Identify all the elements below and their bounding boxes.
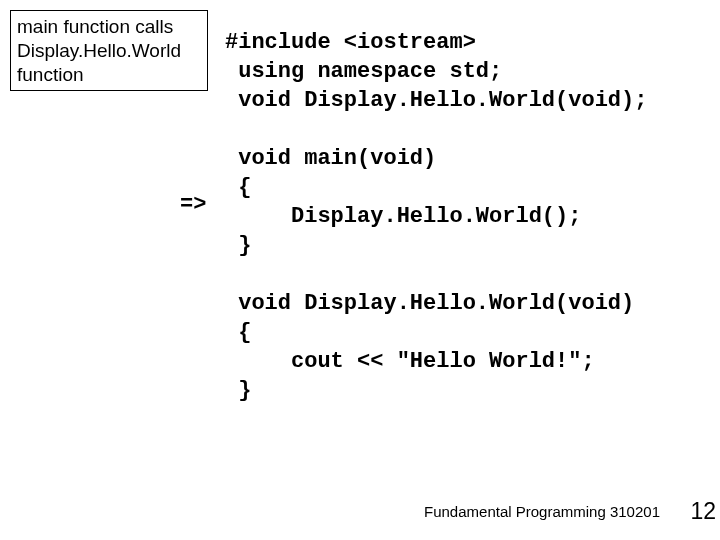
code-line-10: void Display.Hello.World(void) (225, 291, 634, 316)
code-line-5: void main(void) (225, 146, 436, 171)
code-line-6: { (225, 175, 251, 200)
code-block: #include <iostream> using namespace std;… (225, 28, 647, 405)
page-number: 12 (690, 498, 716, 525)
code-line-8: } (225, 233, 251, 258)
code-line-12: cout << "Hello World!"; (225, 349, 595, 374)
code-line-13: } (225, 378, 251, 403)
code-line-3: void Display.Hello.World(void); (225, 88, 647, 113)
page-number-value: 12 (690, 498, 716, 524)
execution-pointer: => (180, 192, 206, 217)
footer-label: Fundamental Programming 310201 (424, 503, 660, 520)
code-line-11: { (225, 320, 251, 345)
code-line-1: #include <iostream> (225, 30, 476, 55)
pointer-symbol: => (180, 192, 206, 217)
code-line-2: using namespace std; (225, 59, 502, 84)
annotation-callout: main function calls Display.Hello.World … (10, 10, 208, 91)
annotation-text: main function calls Display.Hello.World … (17, 16, 181, 85)
code-line-7: Display.Hello.World(); (225, 204, 581, 229)
footer-content: Fundamental Programming 310201 (424, 503, 660, 520)
